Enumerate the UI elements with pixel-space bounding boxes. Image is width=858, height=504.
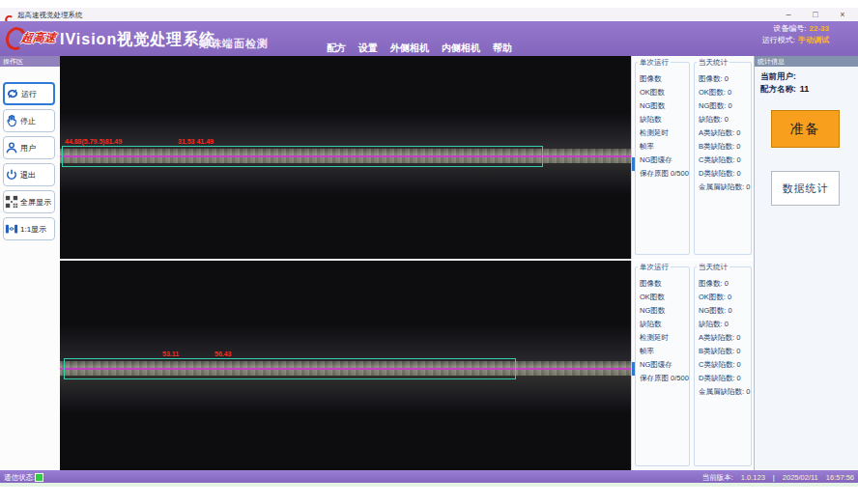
stat-row: OK图数: 0 xyxy=(695,291,751,304)
menu-item-recipe[interactable]: 配方 xyxy=(327,42,346,55)
fullscreen-button[interactable]: 全屏显示 xyxy=(3,190,55,213)
app-logo-icon xyxy=(5,11,14,19)
menu-item-inner-camera[interactable]: 内侧相机 xyxy=(442,42,480,55)
page-subtitle: 熔珠端面检测 xyxy=(199,37,269,51)
camera-view-bottom[interactable]: 53.11 56.43 xyxy=(60,261,631,470)
desktop-edge xyxy=(0,483,858,487)
menu-item-help[interactable]: 帮助 xyxy=(493,42,512,55)
recipe-name-label: 配方名称: xyxy=(760,84,796,94)
device-number-label: 设备编号: xyxy=(773,24,806,33)
run-button[interactable]: 运行 xyxy=(3,82,55,105)
stat-row: 图像数: 0 xyxy=(695,72,751,86)
window-title: 超高速视觉处理系统 xyxy=(17,11,83,20)
stat-row: NG图缓存 xyxy=(636,358,689,372)
stat-row: C类缺陷数: 0 xyxy=(695,154,751,167)
fullscreen-button-label: 全屏显示 xyxy=(20,197,51,208)
menu-bar: 配方 设置 外侧相机 内侧相机 帮助 xyxy=(327,42,512,55)
measurement-annotation: 56.43 xyxy=(214,350,232,357)
brand-logo-text: 超高速 xyxy=(20,30,57,46)
sidebar-header: 操作区 xyxy=(0,56,60,67)
run-mode-row: 运行模式:手动调试 xyxy=(762,35,829,46)
status-date: 2025/02/11 xyxy=(783,473,818,483)
minimize-button[interactable]: – xyxy=(781,9,796,20)
stat-row: 帧率 xyxy=(636,140,689,154)
stat-row: D类缺陷数: 0 xyxy=(695,167,751,181)
comm-status-label: 通信状态: xyxy=(4,473,35,483)
device-info: 设备编号:22-33 运行模式:手动调试 xyxy=(762,23,829,46)
app-header: 超高速 IVision视觉处理系统 熔珠端面检测 配方 设置 外侧相机 内侧相机… xyxy=(0,21,858,56)
stat-row: 图像数 xyxy=(636,72,689,86)
measurement-annotation: 44.88(5.79.5)81.49 xyxy=(65,138,122,145)
recipe-name-value: 11 xyxy=(800,84,810,94)
stat-row: NG图数 xyxy=(636,304,689,318)
stat-row: B类缺陷数: 0 xyxy=(695,345,751,358)
stat-row: 金属屑缺陷数: 0 xyxy=(695,181,751,194)
stat-row: 帧率 xyxy=(636,345,689,358)
camera-view-top[interactable]: 44.88(5.79.5)81.49 31.53 41.49 xyxy=(60,56,631,259)
run-button-label: 运行 xyxy=(21,89,37,99)
stop-hand-icon xyxy=(5,114,18,127)
device-number-row: 设备编号:22-33 xyxy=(762,23,829,35)
operation-sidebar: 操作区 运行 停止 用户 退出 全屏显示 xyxy=(0,56,61,470)
stat-row: 保存原图 0/500 xyxy=(636,167,689,181)
user-button-label: 用户 xyxy=(20,143,36,154)
splitter-handle[interactable] xyxy=(632,362,635,376)
menu-item-outer-camera[interactable]: 外侧相机 xyxy=(390,42,429,55)
recipe-name-row: 配方名称:11 xyxy=(760,84,809,96)
splitter-handle[interactable] xyxy=(632,157,635,171)
user-button[interactable]: 用户 xyxy=(3,136,55,159)
stat-row: D类缺陷数: 0 xyxy=(695,372,751,385)
current-user-row: 当前用户: xyxy=(760,71,796,83)
run-mode-value: 手动调试 xyxy=(798,36,829,44)
version-label: 当前版本: xyxy=(702,473,733,483)
daily-stats-group: 当天统计 图像数: 0OK图数: 0NG图数: 0缺陷数: 0A类缺陷数: 0B… xyxy=(694,62,752,255)
stat-row: 缺陷数: 0 xyxy=(695,318,751,331)
stop-button[interactable]: 停止 xyxy=(3,109,55,132)
detection-roi-box xyxy=(64,358,516,379)
stat-row: 图像数: 0 xyxy=(695,277,751,291)
daily-stats-group: 当天统计 图像数: 0OK图数: 0NG图数: 0缺陷数: 0A类缺陷数: 0B… xyxy=(694,266,752,466)
single-run-group: 单次运行 图像数OK图数NG图数缺陷数检测延时帧率NG图缓存保存原图 0/500 xyxy=(635,62,690,255)
menu-item-settings[interactable]: 设置 xyxy=(358,42,378,55)
single-run-group: 单次运行 图像数OK图数NG图数缺陷数检测延时帧率NG图缓存保存原图 0/500 xyxy=(635,266,690,466)
window-controls: – □ × xyxy=(781,9,850,20)
stat-row: 缺陷数: 0 xyxy=(695,113,751,126)
stat-row: NG图数 xyxy=(636,99,689,113)
page-title: IVision视觉处理系统 xyxy=(60,30,215,50)
app-window: 超高速视觉处理系统 – □ × 超高速 IVision视觉处理系统 熔珠端面检测… xyxy=(0,0,858,504)
one-to-one-icon xyxy=(5,222,18,236)
info-panel-header: 统计信息 xyxy=(755,56,858,67)
maximize-button[interactable]: □ xyxy=(808,9,823,20)
stats-panel-top: 单次运行 图像数OK图数NG图数缺陷数检测延时帧率NG图缓存保存原图 0/500… xyxy=(631,56,754,259)
os-titlebar: 超高速视觉处理系统 – □ × xyxy=(0,8,858,22)
status-bar-right: 当前版本: 1.0.123 | 2025/02/11 16:57:56 xyxy=(702,473,854,483)
stat-row: OK图数 xyxy=(636,86,689,99)
close-button[interactable]: × xyxy=(835,9,850,20)
status-bar: 通信状态: 当前版本: 1.0.123 | 2025/02/11 16:57:5… xyxy=(0,470,858,483)
stat-row: B类缺陷数: 0 xyxy=(695,140,751,154)
single-run-rows: 图像数OK图数NG图数缺陷数检测延时帧率NG图缓存保存原图 0/500 xyxy=(636,72,689,181)
stat-row: 缺陷数 xyxy=(636,113,689,126)
sidebar-buttons: 运行 停止 用户 退出 全屏显示 1:1显示 xyxy=(3,82,55,240)
status-time: 16:57:56 xyxy=(826,473,854,483)
stats-panel-bottom: 单次运行 图像数OK图数NG图数缺陷数检测延时帧率NG图缓存保存原图 0/500… xyxy=(631,261,754,470)
data-statistics-button[interactable]: 数据统计 xyxy=(771,171,840,206)
user-icon xyxy=(5,141,18,154)
current-user-label: 当前用户: xyxy=(760,71,796,81)
prepare-button[interactable]: 准备 xyxy=(771,110,840,148)
exit-button[interactable]: 退出 xyxy=(3,163,55,186)
power-icon xyxy=(5,168,18,182)
daily-stats-header: 当天统计 xyxy=(697,263,729,272)
daily-stats-rows: 图像数: 0OK图数: 0NG图数: 0缺陷数: 0A类缺陷数: 0B类缺陷数:… xyxy=(695,72,751,194)
one-to-one-button[interactable]: 1:1显示 xyxy=(3,217,55,240)
stat-row: A类缺陷数: 0 xyxy=(695,331,751,345)
stat-row: OK图数 xyxy=(636,291,689,304)
one-to-one-button-label: 1:1显示 xyxy=(20,224,46,235)
exit-button-label: 退出 xyxy=(20,170,36,181)
stat-row: NG图数: 0 xyxy=(695,304,751,318)
measurement-annotation: 31.53 41.49 xyxy=(178,138,214,145)
run-mode-label: 运行模式: xyxy=(762,36,795,44)
stat-row: A类缺陷数: 0 xyxy=(695,126,751,140)
stop-button-label: 停止 xyxy=(20,116,36,126)
stat-row: NG图数: 0 xyxy=(695,99,751,113)
